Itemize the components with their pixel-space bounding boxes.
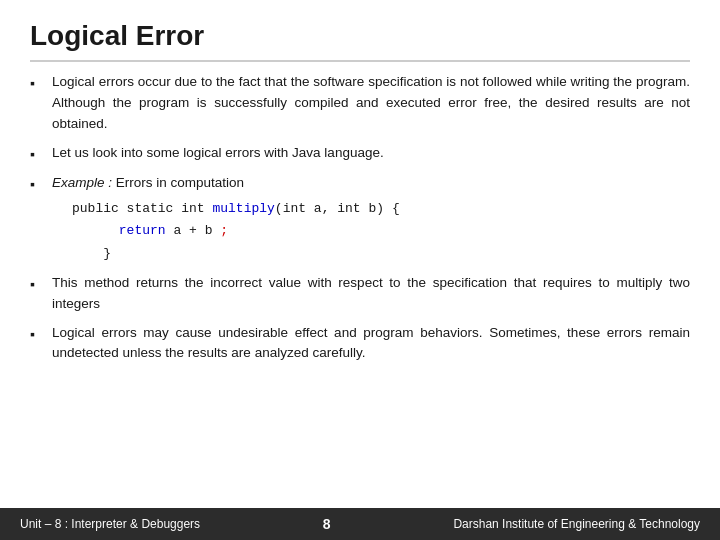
code-line-1: public static int multiply(int a, int b)… bbox=[72, 198, 690, 220]
code-semicolon: ; bbox=[220, 223, 228, 238]
code-block: public static int multiply(int a, int b)… bbox=[72, 198, 690, 264]
bullet-marker: ▪ bbox=[30, 174, 46, 196]
bullet-list: ▪ Logical errors occur due to the fact t… bbox=[30, 72, 690, 364]
example-label: Example : bbox=[52, 175, 112, 190]
code-return: return bbox=[119, 223, 166, 238]
bullet-text: This method returns the incorrect value … bbox=[52, 273, 690, 315]
bullet-text: Example : Errors in computation public s… bbox=[52, 173, 690, 264]
example-text: Errors in computation bbox=[112, 175, 244, 190]
footer-right: Darshan Institute of Engineering & Techn… bbox=[453, 517, 700, 531]
code-prefix: public static int bbox=[72, 201, 212, 216]
list-item: ▪ Example : Errors in computation public… bbox=[30, 173, 690, 264]
footer: Unit – 8 : Interpreter & Debuggers 8 Dar… bbox=[0, 508, 720, 540]
bullet-text: Logical errors may cause undesirable eff… bbox=[52, 323, 690, 365]
slide-title: Logical Error bbox=[30, 20, 690, 62]
bullet-marker: ▪ bbox=[30, 144, 46, 166]
code-suffix: (int a, int b) { bbox=[275, 201, 400, 216]
list-item: ▪ Logical errors occur due to the fact t… bbox=[30, 72, 690, 135]
bullet-text: Logical errors occur due to the fact tha… bbox=[52, 72, 690, 135]
code-method: multiply bbox=[212, 201, 274, 216]
code-line-2: return a + b ; bbox=[72, 220, 690, 242]
footer-left: Unit – 8 : Interpreter & Debuggers bbox=[20, 517, 200, 531]
content-area: Logical Error ▪ Logical errors occur due… bbox=[0, 0, 720, 508]
slide: Logical Error ▪ Logical errors occur due… bbox=[0, 0, 720, 540]
bullet-marker: ▪ bbox=[30, 324, 46, 346]
bullet-text: Let us look into some logical errors wit… bbox=[52, 143, 690, 164]
bullet-marker: ▪ bbox=[30, 274, 46, 296]
code-line-3: } bbox=[72, 243, 690, 265]
bullet-marker: ▪ bbox=[30, 73, 46, 95]
footer-center: 8 bbox=[323, 516, 331, 532]
list-item: ▪ Logical errors may cause undesirable e… bbox=[30, 323, 690, 365]
list-item: ▪ Let us look into some logical errors w… bbox=[30, 143, 690, 166]
code-expr: a + b bbox=[166, 223, 221, 238]
list-item: ▪ This method returns the incorrect valu… bbox=[30, 273, 690, 315]
